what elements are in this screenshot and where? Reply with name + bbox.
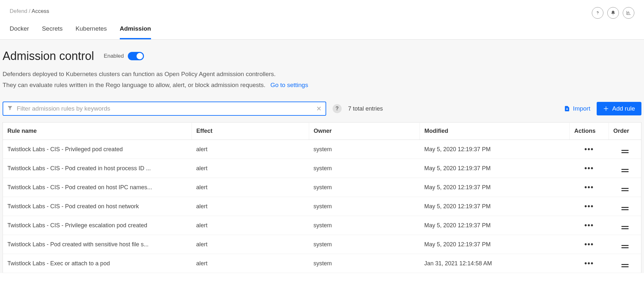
table-row[interactable]: Twistlock Labs - Exec or attach to a pod… (3, 254, 641, 273)
breadcrumb: Defend / Access (10, 8, 49, 15)
col-header-effect[interactable]: Effect (192, 123, 309, 140)
actions-menu-icon[interactable]: ••• (584, 202, 594, 210)
cell-owner: system (309, 140, 420, 159)
cell-owner: system (309, 178, 420, 197)
tab-admission[interactable]: Admission (120, 25, 151, 39)
cell-name: Twistlock Labs - CIS - Pod created in ho… (3, 159, 192, 178)
description-line-2: They can evaluate rules written in the R… (3, 82, 265, 88)
description-line-1: Defenders deployed to Kubernetes cluster… (3, 69, 641, 79)
add-rule-label: Add rule (612, 105, 635, 112)
cell-effect: alert (192, 178, 309, 197)
cell-name: Twistlock Labs - Pod created with sensit… (3, 235, 192, 254)
cell-effect: alert (192, 254, 309, 273)
cell-modified: May 5, 2020 12:19:37 PM (420, 197, 570, 216)
actions-menu-icon[interactable]: ••• (584, 259, 594, 267)
settings-link[interactable]: Go to settings (270, 82, 308, 88)
toggle-label: Enabled (104, 53, 124, 59)
add-rule-button[interactable]: Add rule (597, 102, 641, 115)
drag-handle-icon[interactable] (621, 245, 629, 248)
import-button[interactable]: Import (564, 105, 590, 112)
table-row[interactable]: Twistlock Labs - CIS - Pod created in ho… (3, 159, 641, 178)
import-icon (564, 105, 570, 112)
plus-icon (603, 106, 609, 112)
cell-modified: May 5, 2020 12:19:37 PM (420, 235, 570, 254)
tab-secrets[interactable]: Secrets (42, 25, 62, 39)
breadcrumb-parent[interactable]: Defend (10, 8, 27, 14)
breadcrumb-current: Access (32, 8, 49, 14)
tabs: Docker Secrets Kubernetes Admission (0, 19, 644, 40)
breadcrumb-sep: / (27, 8, 32, 14)
cell-effect: alert (192, 235, 309, 254)
drag-handle-icon[interactable] (621, 188, 629, 191)
cell-effect: alert (192, 140, 309, 159)
table-row[interactable]: Twistlock Labs - CIS - Pod created on ho… (3, 197, 641, 216)
cell-name: Twistlock Labs - CIS - Privileged pod cr… (3, 140, 192, 159)
import-label: Import (573, 105, 590, 112)
col-header-name[interactable]: Rule name (3, 123, 192, 140)
col-header-owner[interactable]: Owner (309, 123, 420, 140)
svg-point-1 (597, 14, 598, 14)
rules-table: Rule name Effect Owner Modified Actions … (3, 122, 641, 273)
col-header-actions: Actions (570, 123, 609, 140)
enabled-toggle[interactable] (128, 52, 144, 60)
cell-name: Twistlock Labs - CIS - Privilege escalat… (3, 216, 192, 235)
actions-menu-icon[interactable]: ••• (584, 221, 594, 229)
cell-modified: May 5, 2020 12:19:37 PM (420, 178, 570, 197)
tab-kubernetes[interactable]: Kubernetes (76, 25, 107, 39)
col-header-modified[interactable]: Modified (420, 123, 570, 140)
cell-modified: May 5, 2020 12:19:37 PM (420, 159, 570, 178)
cell-effect: alert (192, 159, 309, 178)
entries-count: 7 total entries (348, 105, 383, 112)
table-row[interactable]: Twistlock Labs - CIS - Privilege escalat… (3, 216, 641, 235)
table-row[interactable]: Twistlock Labs - Pod created with sensit… (3, 235, 641, 254)
cell-modified: May 5, 2020 12:19:37 PM (420, 216, 570, 235)
col-header-order: Order (609, 123, 641, 140)
table-row[interactable]: Twistlock Labs - CIS - Privileged pod cr… (3, 140, 641, 159)
cell-owner: system (309, 197, 420, 216)
drag-handle-icon[interactable] (621, 150, 629, 153)
cell-owner: system (309, 216, 420, 235)
cell-owner: system (309, 254, 420, 273)
bell-icon[interactable] (607, 7, 619, 19)
filter-input[interactable] (17, 105, 316, 112)
actions-menu-icon[interactable]: ••• (584, 240, 594, 248)
cell-name: Twistlock Labs - Exec or attach to a pod (3, 254, 192, 273)
drag-handle-icon[interactable] (621, 169, 629, 172)
filter-help-icon[interactable]: ? (333, 104, 342, 113)
clear-icon[interactable]: ✕ (316, 105, 322, 113)
filter-box[interactable]: ✕ (3, 102, 326, 116)
cell-effect: alert (192, 197, 309, 216)
cell-name: Twistlock Labs - CIS - Pod created on ho… (3, 197, 192, 216)
actions-menu-icon[interactable]: ••• (584, 164, 594, 172)
table-row[interactable]: Twistlock Labs - CIS - Pod created on ho… (3, 178, 641, 197)
cell-name: Twistlock Labs - CIS - Pod created on ho… (3, 178, 192, 197)
cell-owner: system (309, 235, 420, 254)
cell-modified: May 5, 2020 12:19:37 PM (420, 140, 570, 159)
page-title: Admission control (3, 49, 94, 63)
actions-menu-icon[interactable]: ••• (584, 145, 594, 153)
cell-modified: Jan 31, 2021 12:14:58 AM (420, 254, 570, 273)
toggle-knob (137, 53, 143, 59)
filter-icon (7, 105, 13, 112)
help-icon[interactable] (592, 7, 603, 19)
tab-docker[interactable]: Docker (10, 25, 29, 39)
cell-effect: alert (192, 216, 309, 235)
drag-handle-icon[interactable] (621, 226, 629, 229)
drag-handle-icon[interactable] (621, 264, 629, 267)
chart-icon[interactable] (623, 7, 634, 19)
cell-owner: system (309, 159, 420, 178)
drag-handle-icon[interactable] (621, 207, 629, 210)
actions-menu-icon[interactable]: ••• (584, 183, 594, 191)
